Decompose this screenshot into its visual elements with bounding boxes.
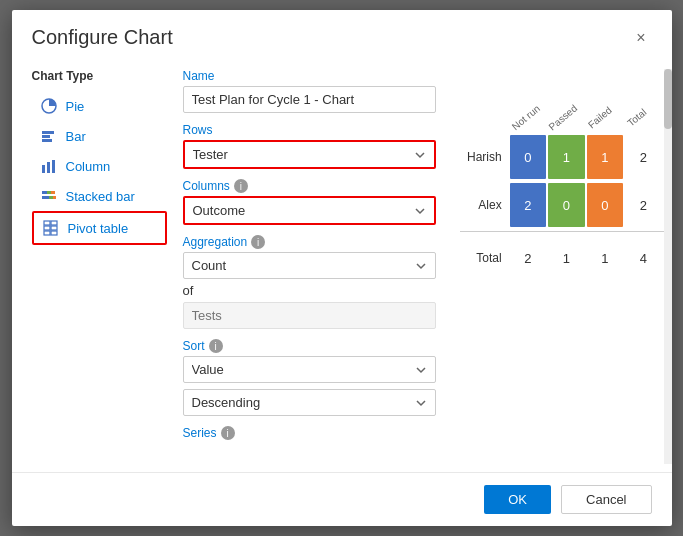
svg-rect-9	[51, 191, 55, 194]
svg-rect-11	[49, 196, 53, 199]
series-info-icon[interactable]: i	[221, 426, 235, 440]
svg-rect-6	[52, 160, 55, 173]
pivot-table: Not run Passed Failed Total Harish 0 1 1…	[460, 85, 664, 280]
cell-alex-passed: 0	[548, 183, 584, 227]
sidebar-item-stacked-bar-label: Stacked bar	[66, 189, 135, 204]
name-group: Name	[183, 69, 436, 113]
cell-alex-total: 2	[625, 183, 661, 227]
aggregation-label: Aggregation i	[183, 235, 436, 249]
sort-group: Sort i Value Descending	[183, 339, 436, 416]
sort-order-select[interactable]: Descending	[183, 389, 436, 416]
dialog-header: Configure Chart ×	[12, 10, 672, 59]
sidebar-item-column-label: Column	[66, 159, 111, 174]
row-label-harish: Harish	[460, 150, 510, 164]
svg-rect-12	[53, 196, 56, 199]
chart-type-sidebar: Chart Type Pie	[12, 69, 167, 464]
chart-type-label: Chart Type	[32, 69, 167, 83]
sidebar-item-pie[interactable]: Pie	[32, 91, 167, 121]
form-area: Name Rows Tester Columns i Outcome	[167, 69, 452, 464]
of-input	[183, 302, 436, 329]
sort-info-icon[interactable]: i	[209, 339, 223, 353]
of-label: of	[183, 283, 436, 298]
sidebar-item-pivot-table[interactable]: Pivot table	[32, 211, 167, 245]
pivot-total-row: Total 2 1 1 4	[460, 231, 664, 280]
svg-rect-3	[42, 139, 52, 142]
dialog-title: Configure Chart	[32, 26, 173, 49]
chart-area: Not run Passed Failed Total Harish 0 1 1…	[452, 69, 672, 464]
svg-rect-18	[51, 231, 57, 235]
table-row: Harish 0 1 1 2	[460, 135, 664, 179]
svg-rect-15	[44, 226, 50, 230]
cell-harish-not-run: 0	[510, 135, 546, 179]
svg-rect-17	[44, 231, 50, 235]
rows-select[interactable]: Tester	[183, 140, 436, 169]
pivot-header-row: Not run Passed Failed Total	[516, 85, 664, 133]
svg-rect-8	[47, 191, 51, 194]
cell-harish-passed: 1	[548, 135, 584, 179]
aggregation-group: Aggregation i Count of	[183, 235, 436, 329]
svg-rect-10	[42, 196, 49, 199]
bar-icon	[40, 127, 58, 145]
sidebar-item-pie-label: Pie	[66, 99, 85, 114]
svg-rect-16	[51, 226, 57, 230]
cell-harish-failed: 1	[587, 135, 623, 179]
total-failed: 1	[587, 236, 623, 280]
svg-rect-2	[42, 135, 50, 138]
sort-label: Sort i	[183, 339, 436, 353]
name-label: Name	[183, 69, 436, 83]
svg-rect-1	[42, 131, 54, 134]
header-total: Total	[596, 74, 654, 133]
total-passed: 1	[548, 236, 584, 280]
ok-button[interactable]: OK	[484, 485, 551, 514]
series-group: Series i	[183, 426, 436, 440]
dialog-footer: OK Cancel	[12, 472, 672, 526]
total-grand: 4	[625, 236, 661, 280]
sidebar-item-column[interactable]: Column	[32, 151, 167, 181]
svg-rect-4	[42, 165, 45, 173]
sort-value-select[interactable]: Value	[183, 356, 436, 383]
scrollbar-track[interactable]	[664, 69, 672, 464]
pie-icon	[40, 97, 58, 115]
cell-harish-total: 2	[625, 135, 661, 179]
svg-rect-7	[42, 191, 47, 194]
pivot-icon	[42, 219, 60, 237]
dialog-body: Chart Type Pie	[12, 59, 672, 464]
rows-group: Rows Tester	[183, 123, 436, 169]
aggregation-select[interactable]: Count	[183, 252, 436, 279]
total-not-run: 2	[510, 236, 546, 280]
sidebar-item-bar-label: Bar	[66, 129, 86, 144]
row-label-alex: Alex	[460, 198, 510, 212]
name-input[interactable]	[183, 86, 436, 113]
cancel-button[interactable]: Cancel	[561, 485, 651, 514]
svg-rect-13	[44, 221, 50, 225]
table-row: Alex 2 0 0 2	[460, 183, 664, 227]
columns-label: Columns i	[183, 179, 436, 193]
scrollbar-thumb[interactable]	[664, 69, 672, 129]
cell-alex-failed: 0	[587, 183, 623, 227]
rows-label: Rows	[183, 123, 436, 137]
series-label: Series i	[183, 426, 436, 440]
sidebar-item-bar[interactable]: Bar	[32, 121, 167, 151]
columns-group: Columns i Outcome	[183, 179, 436, 225]
columns-info-icon[interactable]: i	[234, 179, 248, 193]
columns-select[interactable]: Outcome	[183, 196, 436, 225]
aggregation-info-icon[interactable]: i	[251, 235, 265, 249]
sidebar-item-stacked-bar[interactable]: Stacked bar	[32, 181, 167, 211]
total-label: Total	[460, 251, 510, 265]
close-button[interactable]: ×	[630, 28, 651, 48]
svg-rect-5	[47, 162, 50, 173]
svg-rect-14	[51, 221, 57, 225]
column-icon	[40, 157, 58, 175]
sidebar-item-pivot-label: Pivot table	[68, 221, 129, 236]
configure-chart-dialog: Configure Chart × Chart Type Pie	[12, 10, 672, 526]
stacked-bar-icon	[40, 187, 58, 205]
cell-alex-not-run: 2	[510, 183, 546, 227]
